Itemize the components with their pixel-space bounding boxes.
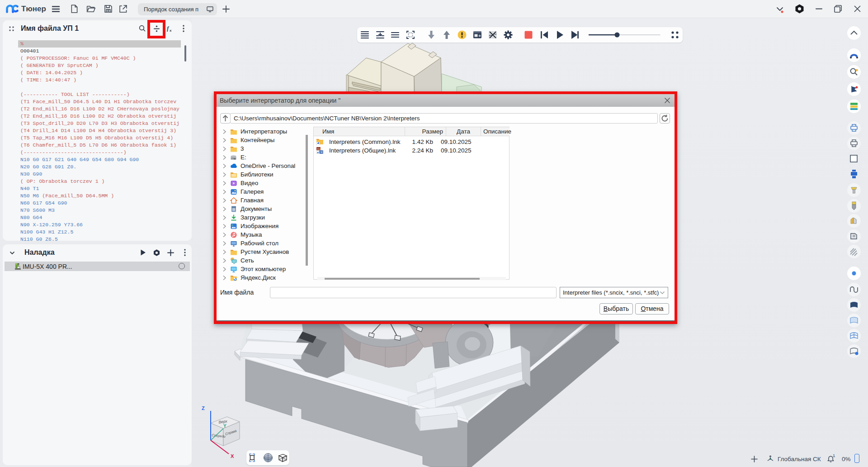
svg-text:X: X [231,453,234,459]
svg-text:Y: Y [223,424,226,429]
svg-text:Z: Z [202,405,205,411]
svg-text:CLD: CLD [317,148,321,150]
svg-text:NC: NC [321,151,324,153]
svg-text:x: x [170,29,172,33]
